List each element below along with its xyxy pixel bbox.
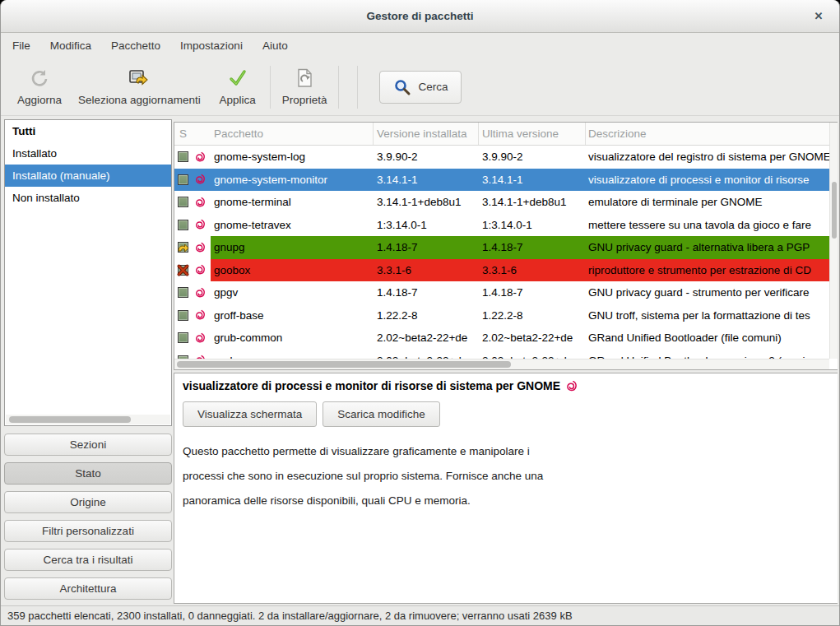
properties-button[interactable]: Proprietà: [274, 64, 336, 109]
reload-button[interactable]: Aggiorna: [9, 64, 70, 109]
table-header: S Pacchetto Versione installata Ultima v…: [174, 123, 829, 146]
get-changelog-button[interactable]: Scarica modifiche: [323, 401, 440, 427]
apply-button[interactable]: Applica: [209, 64, 267, 109]
column-header-status[interactable]: S: [174, 123, 193, 145]
filter-list: Tutti Installato Installato (manuale) No…: [4, 119, 172, 426]
refresh-icon: [29, 67, 50, 89]
latest-version: 1.22.2-8: [479, 304, 586, 327]
mark-upgrades-icon: [128, 67, 151, 89]
filter-item-tutti[interactable]: Tutti: [5, 120, 171, 142]
table-row[interactable]: gnome-terminal 3.14.1-1+deb8u1 3.14.1-1+…: [174, 191, 829, 214]
column-header-supported[interactable]: [193, 123, 211, 145]
custom-filters-button[interactable]: Filtri personalizzati: [4, 520, 172, 542]
table-row[interactable]: groff-base 1.22.2-8 1.22.2-8 GNU troff, …: [174, 304, 829, 327]
get-screenshot-button[interactable]: Visualizza schermata: [183, 401, 317, 427]
search-button[interactable]: Cerca: [379, 71, 462, 104]
debian-swirl-icon: [193, 281, 211, 304]
latest-version: 1.4.18-7: [479, 281, 586, 304]
reload-label: Aggiorna: [17, 94, 62, 106]
table-row-marked-reinstall[interactable]: gnupg 1.4.18-7 1.4.18-7 GNU privacy guar…: [174, 236, 829, 259]
table-row[interactable]: grub-common 2.02~beta2-22+de 2.02~beta2-…: [174, 327, 829, 350]
details-title: visualizzatore di processi e monitor di …: [183, 379, 560, 392]
debian-swirl-icon: [193, 304, 211, 327]
filter-item-installato-manuale[interactable]: Installato (manuale): [5, 165, 171, 187]
column-header-package[interactable]: Pacchetto: [211, 123, 374, 145]
menu-file[interactable]: File: [2, 35, 40, 57]
table-hscrollbar-thumb[interactable]: [177, 361, 511, 368]
debian-swirl-icon: [193, 191, 211, 214]
package-name: groff-base: [211, 304, 374, 327]
package-name: grub-common: [211, 327, 374, 350]
installed-version: 3.9.90-2: [374, 146, 479, 169]
debian-swirl-icon: [193, 350, 211, 359]
table-row[interactable]: gpgv 1.4.18-7 1.4.18-7 GNU privacy guard…: [174, 281, 829, 304]
column-header-installed-version[interactable]: Versione installata: [374, 123, 479, 145]
toolbar-separator: [338, 66, 339, 109]
properties-label: Proprietà: [282, 94, 327, 106]
package-description: mettere tessere su una tavola da gioco e…: [586, 214, 829, 237]
installed-version: 1.4.18-7: [374, 281, 479, 304]
titlebar[interactable]: Gestore di pacchetti ✕: [1, 0, 839, 33]
filter-list-hscrollbar-thumb[interactable]: [9, 416, 131, 423]
table-row[interactable]: gnome-tetravex 1:3.14.0-1 1:3.14.0-1 met…: [174, 214, 829, 237]
table-row-selected[interactable]: gnome-system-monitor 3.14.1-1 3.14.1-1 v…: [174, 169, 829, 192]
installed-version: 2.02~beta2-22+de: [374, 327, 479, 350]
filter-item-installato[interactable]: Installato: [5, 142, 171, 165]
installed-version: 3.14.1-1+deb8u1: [374, 191, 479, 214]
apply-label: Applica: [220, 94, 256, 106]
installed-status-icon: [178, 220, 188, 230]
installed-version: 1.4.18-7: [374, 236, 479, 259]
sections-button[interactable]: Sezioni: [4, 434, 172, 456]
table-row[interactable]: grub-pc 2.02~beta2-22+de 2.02~beta2-22+d…: [174, 350, 829, 359]
package-description: emulatore di terminale per GNOME: [586, 191, 829, 214]
latest-version: 3.14.1-1+deb8u1: [479, 191, 586, 214]
package-name: goobox: [211, 259, 374, 282]
menu-pacchetto[interactable]: Pacchetto: [101, 35, 170, 57]
latest-version: 3.3.1-6: [479, 259, 586, 282]
search-results-button[interactable]: Cerca tra i risultati: [4, 549, 172, 571]
close-icon[interactable]: ✕: [811, 9, 826, 24]
mark-all-upgrades-label: Seleziona aggiornamenti: [78, 94, 201, 106]
filter-item-non-installato[interactable]: Non installato: [5, 187, 171, 209]
debian-swirl-icon: [193, 327, 211, 350]
package-description: GRand Unified Bootloader (file comuni): [586, 327, 829, 350]
table-vscrollbar-thumb[interactable]: [832, 182, 837, 239]
details-description: Questo pacchetto permette di visualizzar…: [183, 439, 821, 513]
architecture-button[interactable]: Architettura: [4, 577, 172, 600]
mark-all-upgrades-button[interactable]: Seleziona aggiornamenti: [70, 64, 209, 109]
table-hscrollbar: [174, 359, 829, 369]
menu-impostazioni[interactable]: Impostazioni: [170, 35, 253, 57]
column-header-description[interactable]: Descrizione: [586, 123, 829, 145]
installed-version: 3.3.1-6: [374, 259, 479, 282]
status-button[interactable]: Stato: [4, 462, 172, 485]
package-name: gnupg: [211, 236, 374, 259]
table-row[interactable]: gnome-system-log 3.9.90-2 3.9.90-2 visua…: [174, 146, 829, 169]
menu-modifica[interactable]: Modifica: [40, 35, 101, 57]
latest-version: 3.14.1-1: [479, 169, 586, 192]
latest-version: 1.4.18-7: [479, 236, 586, 259]
installed-version: 1:3.14.0-1: [374, 214, 479, 237]
apply-check-icon: [227, 67, 248, 89]
search-label: Cerca: [418, 81, 448, 93]
debian-swirl-icon: [193, 146, 211, 169]
package-name: gnome-system-monitor: [211, 169, 374, 192]
menu-aiuto[interactable]: Aiuto: [253, 35, 298, 57]
table-body: gnome-system-log 3.9.90-2 3.9.90-2 visua…: [174, 146, 829, 359]
column-header-latest-version[interactable]: Ultima versione: [479, 123, 586, 145]
remove-status-icon: [178, 265, 188, 276]
origin-button[interactable]: Origine: [4, 491, 172, 513]
package-description: GNU troff, sistema per la formattazione …: [586, 304, 829, 327]
details-description-line: Questo pacchetto permette di visualizzar…: [183, 439, 821, 464]
installed-status-icon: [178, 197, 188, 207]
latest-version: 3.9.90-2: [479, 146, 586, 169]
package-description: GNU privacy guard - alternativa libera a…: [586, 236, 829, 259]
reinstall-status-icon: [178, 242, 188, 253]
table-vscrollbar: [829, 123, 838, 359]
toolbar-separator: [357, 66, 358, 109]
package-description: GRand Unified Bootloader, versione 2 (ve…: [586, 350, 829, 359]
table-row-marked-remove[interactable]: goobox 3.3.1-6 3.3.1-6 riproduttore e st…: [174, 259, 829, 282]
package-description: visualizzatore del registro di sistema p…: [586, 146, 829, 169]
installed-version: 2.02~beta2-22+de: [374, 350, 479, 359]
package-name: grub-pc: [211, 350, 374, 359]
installed-status-icon: [178, 174, 188, 185]
